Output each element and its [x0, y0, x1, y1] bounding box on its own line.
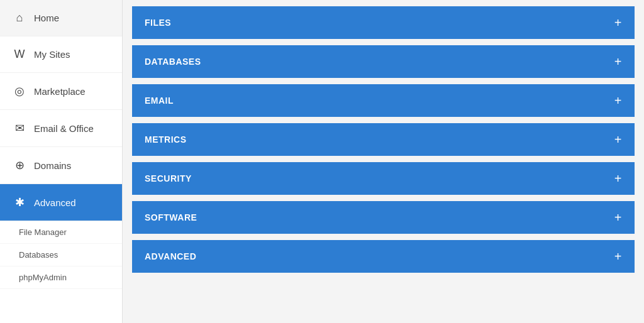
- accordion-plus-metrics: +: [614, 133, 622, 146]
- accordion-container: FILES + DATABASES + EMAIL + METRICS + SE…: [132, 6, 635, 273]
- sidebar-item-label: My Sites: [34, 49, 70, 60]
- accordion-label-databases: DATABASES: [145, 57, 201, 67]
- accordion-plus-databases: +: [614, 55, 622, 68]
- sidebar-item-label: Advanced: [34, 197, 76, 208]
- accordion-plus-security: +: [614, 172, 622, 185]
- advanced-icon: ✱: [13, 195, 26, 209]
- sidebar-submenu: File ManagerDatabasesphpMyAdmin: [0, 221, 122, 289]
- sidebar-item-label: Domains: [34, 160, 71, 171]
- home-icon: ⌂: [13, 11, 26, 25]
- accordion-item-databases: DATABASES +: [132, 45, 635, 78]
- accordion-plus-files: +: [614, 16, 622, 29]
- accordion-label-metrics: METRICS: [145, 134, 187, 145]
- accordion-item-advanced: ADVANCED +: [132, 240, 635, 273]
- accordion-item-email: EMAIL +: [132, 84, 635, 117]
- accordion-header-advanced[interactable]: ADVANCED +: [132, 240, 635, 273]
- accordion-item-files: FILES +: [132, 6, 635, 39]
- sidebar-nav: ⌂ Home W My Sites ◎ Marketplace ✉ Email …: [0, 0, 122, 221]
- sidebar-item-home[interactable]: ⌂ Home: [0, 0, 122, 36]
- accordion-plus-email: +: [614, 94, 622, 107]
- tag-icon: ◎: [13, 84, 26, 98]
- domains-icon: ⊕: [13, 158, 26, 172]
- sidebar-item-label: Marketplace: [34, 86, 86, 97]
- accordion-label-files: FILES: [145, 18, 171, 28]
- accordion-item-software: SOFTWARE +: [132, 201, 635, 234]
- accordion-header-databases[interactable]: DATABASES +: [132, 45, 635, 78]
- sidebar: ⌂ Home W My Sites ◎ Marketplace ✉ Email …: [0, 0, 123, 323]
- submenu-item-phpmyadmin[interactable]: phpMyAdmin: [0, 266, 122, 289]
- accordion-header-security[interactable]: SECURITY +: [132, 162, 635, 195]
- wordpress-icon: W: [13, 48, 26, 61]
- sidebar-scroll: ⌂ Home W My Sites ◎ Marketplace ✉ Email …: [0, 0, 122, 323]
- accordion-label-software: SOFTWARE: [145, 212, 197, 222]
- accordion-label-security: SECURITY: [145, 173, 192, 183]
- sidebar-item-label: Home: [34, 13, 59, 23]
- accordion-label-email: EMAIL: [145, 96, 174, 106]
- accordion-item-security: SECURITY +: [132, 162, 635, 195]
- sidebar-item-my-sites[interactable]: W My Sites: [0, 36, 122, 73]
- accordion-plus-software: +: [614, 211, 622, 224]
- sidebar-item-label: Email & Office: [34, 123, 94, 134]
- accordion-label-advanced: ADVANCED: [145, 251, 196, 261]
- accordion-header-software[interactable]: SOFTWARE +: [132, 201, 635, 234]
- submenu-item-databases[interactable]: Databases: [0, 244, 122, 266]
- email-icon: ✉: [13, 121, 26, 135]
- accordion-header-email[interactable]: EMAIL +: [132, 84, 635, 117]
- main-content: FILES + DATABASES + EMAIL + METRICS + SE…: [123, 0, 644, 323]
- sidebar-item-domains[interactable]: ⊕ Domains: [0, 147, 122, 184]
- accordion-header-metrics[interactable]: METRICS +: [132, 123, 635, 156]
- accordion-header-files[interactable]: FILES +: [132, 6, 635, 39]
- accordion-plus-advanced: +: [614, 250, 622, 263]
- submenu-item-file-manager[interactable]: File Manager: [0, 221, 122, 244]
- accordion-item-metrics: METRICS +: [132, 123, 635, 156]
- sidebar-item-email-office[interactable]: ✉ Email & Office: [0, 110, 122, 147]
- sidebar-item-advanced[interactable]: ✱ Advanced: [0, 184, 122, 221]
- sidebar-item-marketplace[interactable]: ◎ Marketplace: [0, 73, 122, 110]
